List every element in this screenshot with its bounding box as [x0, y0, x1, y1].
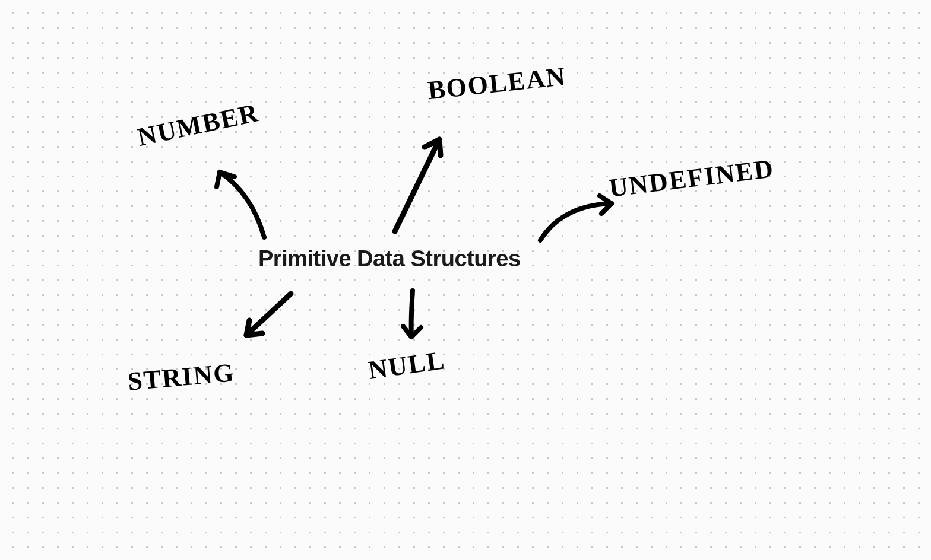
arrow-to-boolean	[386, 125, 457, 237]
arrow-to-string	[232, 285, 303, 350]
arrow-to-number	[199, 160, 282, 243]
node-number: NUMBER	[135, 97, 262, 152]
node-undefined: UNDEFINED	[607, 153, 776, 203]
diagram-title: Primitive Data Structures	[258, 246, 521, 272]
node-string: STRING	[126, 357, 236, 397]
diagram-canvas[interactable]: Primitive Data Structures NUMBER BOOLEAN…	[0, 0, 931, 560]
node-boolean: BOOLEAN	[426, 61, 568, 106]
node-null: NULL	[366, 345, 447, 386]
arrow-to-null	[395, 285, 430, 350]
